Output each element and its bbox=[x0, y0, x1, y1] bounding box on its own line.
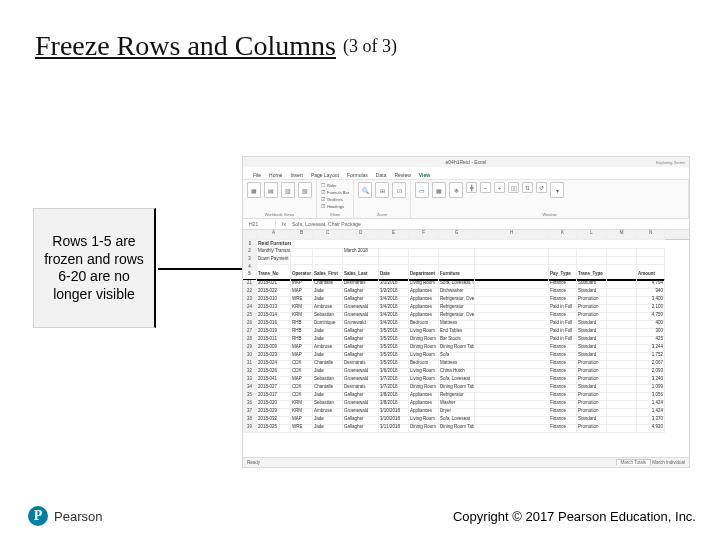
new-window-button[interactable]: ▭ bbox=[415, 182, 429, 198]
logo-icon: P bbox=[28, 506, 48, 526]
unhide-button[interactable]: + bbox=[494, 182, 505, 193]
wbviews-label: Workbook Views bbox=[247, 212, 312, 217]
ribbon-group-window: ▭ ▦ ❄ ╋ − + ▯▯ ⇅ ↺ ▾ Window bbox=[411, 180, 689, 218]
freeze-panes-button[interactable]: ❄ bbox=[449, 182, 463, 198]
sheet-tab-active[interactable]: March Totals bbox=[616, 459, 651, 465]
callout-text: Rows 1-5 are frozen and rows 6-20 are no… bbox=[38, 233, 150, 303]
status-ready: Ready bbox=[247, 460, 260, 465]
formula-content[interactable]: Sofa, Loveseat, Chair Package bbox=[292, 221, 361, 227]
title-main: Freeze Rows and Columns bbox=[35, 30, 336, 61]
title-paren: (3 of 3) bbox=[343, 36, 397, 56]
column-headers: ABCDEFGHKLMN bbox=[243, 230, 689, 240]
tab-formulas[interactable]: Formulas bbox=[347, 172, 368, 179]
formula-bar: H21 fx Sofa, Loveseat, Chair Package bbox=[243, 219, 689, 230]
tab-home[interactable]: Home bbox=[269, 172, 282, 179]
ribbon: ▦ ▤ ▥ ▧ Workbook Views Ruler Formula Bar… bbox=[243, 180, 689, 219]
namebox[interactable]: H21 bbox=[249, 221, 276, 227]
zoom-label: Zoom bbox=[358, 212, 406, 217]
app-title: e04h1Reid - Excel bbox=[446, 159, 487, 165]
switch-windows-button[interactable]: ▾ bbox=[550, 182, 564, 198]
callout-box: Rows 1-5 are frozen and rows 6-20 are no… bbox=[33, 208, 156, 328]
slide-title: Freeze Rows and Columns (3 of 3) bbox=[35, 30, 397, 62]
signin-text: Exploring Series bbox=[656, 160, 685, 165]
zoom100-button[interactable]: ⊞ bbox=[375, 182, 389, 198]
tab-file[interactable]: File bbox=[253, 172, 261, 179]
ribbon-group-wbviews: ▦ ▤ ▥ ▧ Workbook Views bbox=[243, 180, 317, 218]
formulabar-check[interactable]: Formula Bar bbox=[321, 189, 349, 195]
sheet-tab-next[interactable]: March Individual bbox=[652, 460, 685, 465]
tab-view[interactable]: View bbox=[419, 172, 430, 179]
tab-insert[interactable]: Insert bbox=[290, 172, 303, 179]
zoom-selection-button[interactable]: ⊡ bbox=[392, 182, 406, 198]
show-label: Show bbox=[321, 212, 349, 217]
pagebreak-view-button[interactable]: ▤ bbox=[264, 182, 278, 198]
headings-check[interactable]: Headings bbox=[321, 203, 349, 209]
status-bar: Ready March Totals March Individual bbox=[243, 457, 689, 467]
callout-leader bbox=[158, 268, 242, 270]
split-button[interactable]: ╋ bbox=[466, 182, 477, 193]
tab-pagelayout[interactable]: Page Layout bbox=[311, 172, 339, 179]
zoom-button[interactable]: 🔍 bbox=[358, 182, 372, 198]
tab-data[interactable]: Data bbox=[376, 172, 387, 179]
pagelayout-view-button[interactable]: ▥ bbox=[281, 182, 295, 198]
logo: P Pearson bbox=[28, 506, 102, 526]
worksheet-grid: ABCDEFGHKLMN 1Reid Furniture Store 2Mont… bbox=[243, 230, 689, 432]
fx-icon: fx bbox=[282, 221, 286, 227]
table-row[interactable]: 392018-025WREJadeGallagher3/11/2018Dinin… bbox=[243, 424, 689, 432]
reset-pos-button[interactable]: ↺ bbox=[536, 182, 547, 193]
logo-text: Pearson bbox=[54, 509, 102, 524]
arrange-all-button[interactable]: ▦ bbox=[432, 182, 446, 198]
ribbon-group-show: Ruler Formula Bar Gridlines Headings Sho… bbox=[317, 180, 354, 218]
copyright: Copyright © 2017 Pearson Education, Inc. bbox=[453, 509, 696, 524]
ribbon-tabs: File Home Insert Page Layout Formulas Da… bbox=[243, 167, 689, 180]
ribbon-group-zoom: 🔍 ⊞ ⊡ Zoom bbox=[354, 180, 411, 218]
hide-button[interactable]: − bbox=[480, 182, 491, 193]
window-label: Window bbox=[415, 212, 684, 217]
sync-scroll-button[interactable]: ⇅ bbox=[522, 182, 533, 193]
ruler-check[interactable]: Ruler bbox=[321, 182, 349, 188]
normal-view-button[interactable]: ▦ bbox=[247, 182, 261, 198]
tab-review[interactable]: Review bbox=[394, 172, 410, 179]
gridlines-check[interactable]: Gridlines bbox=[321, 196, 349, 202]
custom-views-button[interactable]: ▧ bbox=[298, 182, 312, 198]
excel-screenshot: e04h1Reid - Excel Exploring Series File … bbox=[242, 156, 690, 468]
side-by-side-button[interactable]: ▯▯ bbox=[508, 182, 519, 193]
titlebar: e04h1Reid - Excel Exploring Series bbox=[243, 157, 689, 167]
